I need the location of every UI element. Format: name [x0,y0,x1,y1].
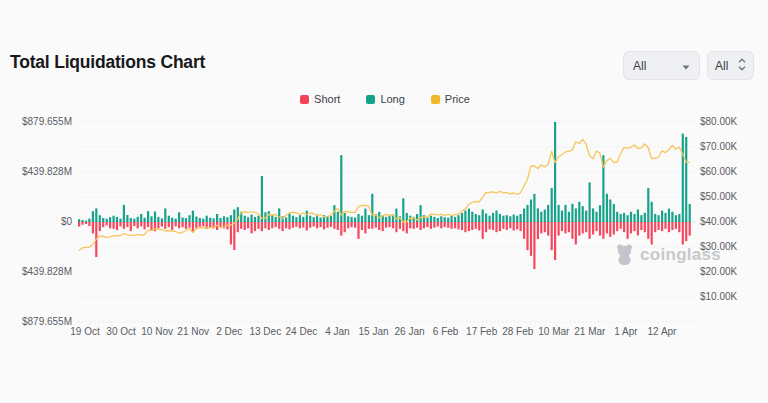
coinglass-watermark-text: coinglass [640,245,721,265]
coinglass-watermark: coinglass [614,243,721,266]
coinglass-bear-icon [614,243,635,266]
chart-svg[interactable] [0,0,768,403]
